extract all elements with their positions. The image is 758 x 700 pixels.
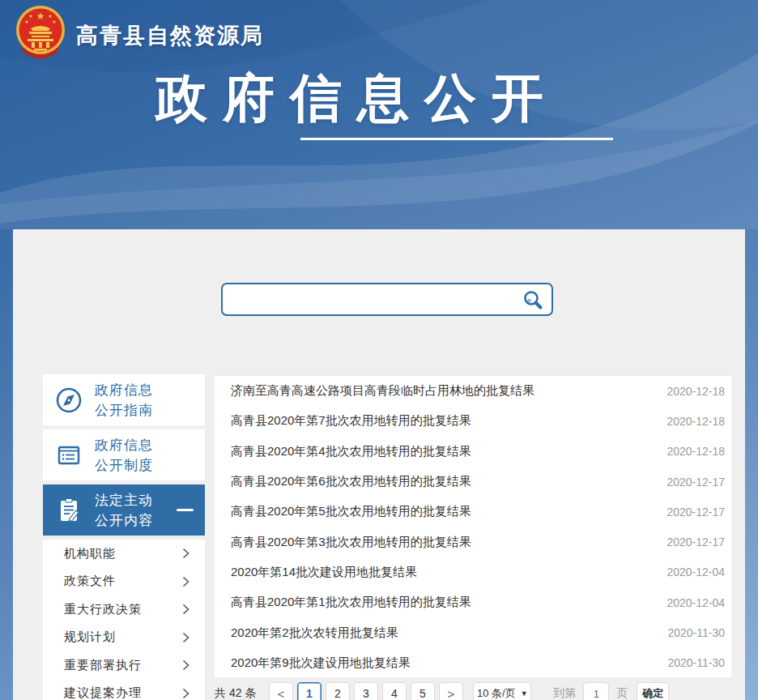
page-number-button[interactable]: 5 xyxy=(411,682,435,700)
goto-page-input[interactable] xyxy=(583,682,609,700)
national-emblem-logo[interactable]: ★ ★ ★ ★ ★ xyxy=(15,5,66,60)
submenu-item-label: 建议提案办理 xyxy=(64,685,142,700)
chevron-right-icon xyxy=(182,688,190,699)
page-number-button[interactable]: 1 xyxy=(297,682,322,700)
caret-down-icon: ▼ xyxy=(521,689,528,698)
title-underline xyxy=(300,138,613,140)
clipboard-pencil-icon xyxy=(53,495,84,526)
chevron-right-icon xyxy=(182,659,190,671)
pagination-bar: 共 42 条 < 1 2 3 4 5 > 10 条/页 ▼ 到第 页 确定 xyxy=(215,681,749,700)
search-input[interactable] xyxy=(223,284,514,314)
svg-text:★: ★ xyxy=(48,14,52,19)
document-title-link[interactable]: 高青县2020年第4批次农用地转用的批复结果 xyxy=(231,444,471,459)
next-page-button[interactable]: > xyxy=(439,682,463,700)
site-title: 高青县自然资源局 xyxy=(76,21,264,50)
list-item[interactable]: 高青县2020年第6批次农用地转用的批复结果 2020-12-17 xyxy=(215,467,731,497)
submenu-item[interactable]: 机构职能 xyxy=(43,540,205,568)
document-date: 2020-12-17 xyxy=(655,506,725,519)
government-info-disclosure-page: ★ ★ ★ ★ ★ 高青县自然资源局 政府信息公开 xyxy=(0,0,758,700)
search-icon xyxy=(522,289,543,310)
sidebar-item-label: 政府信息 公开制度 xyxy=(95,435,153,476)
svg-text:★: ★ xyxy=(52,19,56,24)
svg-text:★: ★ xyxy=(28,14,32,19)
submenu-item[interactable]: 重要部署执行 xyxy=(43,651,205,680)
sidebar-item-statutory-disclosure[interactable]: 法定主动 公开内容 xyxy=(43,484,205,536)
document-date: 2020-12-18 xyxy=(655,415,725,428)
minus-icon xyxy=(177,509,194,511)
list-item[interactable]: 高青县2020年第1批次农用地转用的批复结果 2020-12-04 xyxy=(215,587,731,617)
document-date: 2020-12-18 xyxy=(655,385,725,398)
document-title-link[interactable]: 高青县2020年第7批次农用地转用的批复结果 xyxy=(231,413,471,429)
document-date: 2020-12-17 xyxy=(655,536,725,548)
chevron-right-icon xyxy=(182,632,190,643)
list-item[interactable]: 2020年第14批次建设用地批复结果 2020-12-04 xyxy=(215,557,731,587)
document-date: 2020-11-30 xyxy=(656,626,725,639)
svg-text:★: ★ xyxy=(36,11,45,22)
page-number-button[interactable]: 3 xyxy=(354,682,378,700)
submenu-item[interactable]: 重大行政决策 xyxy=(43,595,205,624)
sidebar-submenu: 机构职能 政策文件 重大行政决策 规划计划 xyxy=(43,540,205,700)
sidebar-item-label: 法定主动 公开内容 xyxy=(95,490,153,531)
list-item[interactable]: 2020年第2批次农转用批复结果 2020-11-30 xyxy=(215,617,731,647)
document-title-link[interactable]: 高青县2020年第6批次农用地转用的批复结果 xyxy=(231,474,471,489)
document-date: 2020-12-04 xyxy=(655,596,725,609)
list-item[interactable]: 高青县2020年第3批次农用地转用的批复结果 2020-12-17 xyxy=(215,527,731,557)
submenu-item-label: 重大行政决策 xyxy=(64,602,142,617)
document-title-link[interactable]: 高青县2020年第3批次农用地转用的批复结果 xyxy=(231,535,471,550)
goto-page-suffix: 页 xyxy=(616,686,628,700)
document-date: 2020-11-30 xyxy=(656,656,725,669)
submenu-item-label: 重要部署执行 xyxy=(64,658,142,673)
submenu-item-label: 政策文件 xyxy=(64,574,116,589)
submenu-item-label: 规划计划 xyxy=(64,630,116,645)
page-title: 政府信息公开 xyxy=(155,63,559,134)
list-item[interactable]: 高青县2020年第4批次农用地转用的批复结果 2020-12-18 xyxy=(215,437,731,467)
submenu-item[interactable]: 规划计划 xyxy=(43,624,205,652)
document-list: 济南至高青高速公路项目高青段临时占用林地的批复结果 2020-12-18 高青县… xyxy=(215,375,731,677)
document-title-link[interactable]: 2020年第9批次建设用地批复结果 xyxy=(231,655,411,671)
list-item[interactable]: 高青县2020年第5批次农用地转用的批复结果 2020-12-17 xyxy=(215,497,731,527)
prev-page-button[interactable]: < xyxy=(269,682,293,700)
document-title-link[interactable]: 济南至高青高速公路项目高青段临时占用林地的批复结果 xyxy=(231,383,534,399)
submenu-item[interactable]: 政策文件 xyxy=(43,568,205,596)
list-item[interactable]: 2020年第9批次建设用地批复结果 2020-11-30 xyxy=(215,648,731,678)
sidebar-item-label: 政府信息 公开指南 xyxy=(95,380,153,420)
confirm-button[interactable]: 确定 xyxy=(637,682,669,700)
submenu-item[interactable]: 建议提案办理 xyxy=(43,680,205,700)
submenu-item-label: 机构职能 xyxy=(64,546,116,561)
compass-icon xyxy=(53,385,84,416)
page-size-value: 10 条/页 xyxy=(477,686,516,700)
document-title-link[interactable]: 高青县2020年第5批次农用地转用的批复结果 xyxy=(231,504,471,519)
document-date: 2020-12-17 xyxy=(655,476,725,489)
page-number-button[interactable]: 4 xyxy=(382,682,407,700)
sidebar-item-disclosure-system[interactable]: 政府信息 公开制度 xyxy=(43,429,205,480)
document-date: 2020-12-18 xyxy=(655,445,725,458)
total-count-label: 共 42 条 xyxy=(215,686,256,700)
document-title-link[interactable]: 2020年第2批次农转用批复结果 xyxy=(231,625,398,641)
search-bar xyxy=(221,283,553,316)
list-item[interactable]: 济南至高青高速公路项目高青段临时占用林地的批复结果 2020-12-18 xyxy=(215,376,731,406)
search-button[interactable] xyxy=(514,284,551,314)
list-item[interactable]: 高青县2020年第7批次农用地转用的批复结果 2020-12-18 xyxy=(215,406,731,436)
chevron-right-icon xyxy=(182,604,190,615)
document-title-link[interactable]: 2020年第14批次建设用地批复结果 xyxy=(231,565,417,580)
document-icon xyxy=(53,440,84,471)
document-title-link[interactable]: 高青县2020年第1批次农用地转用的批复结果 xyxy=(231,595,471,610)
document-date: 2020-12-04 xyxy=(655,566,725,578)
goto-page-prefix: 到第 xyxy=(553,686,576,700)
sidebar: 政府信息 公开指南 政府信息 公开制度 xyxy=(43,374,205,540)
sidebar-item-disclosure-guide[interactable]: 政府信息 公开指南 xyxy=(43,374,205,425)
chevron-right-icon xyxy=(182,548,190,559)
svg-text:★: ★ xyxy=(24,19,28,24)
page-size-select[interactable]: 10 条/页 ▼ xyxy=(473,682,531,700)
page-number-button[interactable]: 2 xyxy=(326,682,350,700)
chevron-right-icon xyxy=(182,576,190,587)
